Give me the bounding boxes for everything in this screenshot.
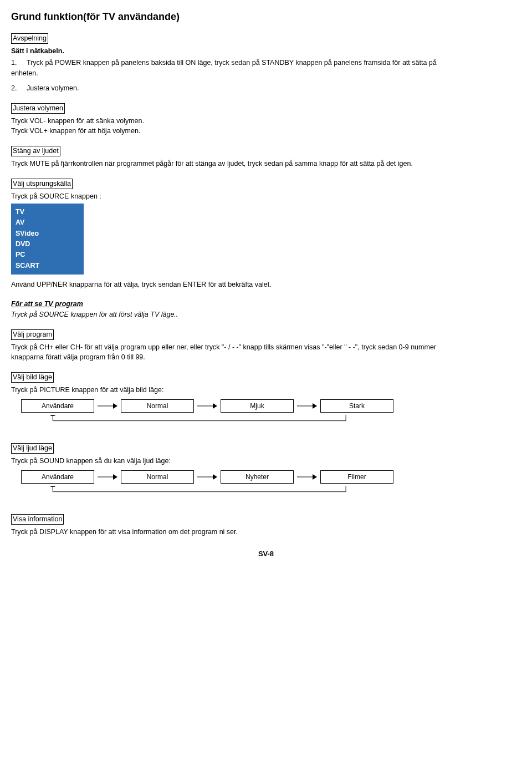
body-text: Tryck på PICTURE knappen för att välja b… xyxy=(11,385,521,395)
body-text: Tryck VOL- knappen för att sänka volymen… xyxy=(11,116,521,126)
body-text: Tryck på CH+ eller CH- för att välja pro… xyxy=(11,343,521,352)
source-item: PC xyxy=(16,250,79,260)
svg-marker-1 xyxy=(113,403,117,409)
section-heading: Justera volymen xyxy=(11,103,65,114)
steps-list: 1.Tryck på POWER knappen på panelens bak… xyxy=(11,58,521,93)
section-heading: Välj program xyxy=(11,329,54,340)
svg-marker-10 xyxy=(213,474,217,480)
section-heading: För att se TV program xyxy=(11,299,521,309)
list-item: 1.Tryck på POWER knappen på panelens bak… xyxy=(11,58,521,78)
section-avspelning: Avspelning Sätt i nätkabeln. 1.Tryck på … xyxy=(11,33,521,93)
body-text: Tryck på SOURCE knappen för att först vä… xyxy=(11,310,521,319)
step-number: 1. xyxy=(11,58,27,68)
source-item: DVD xyxy=(16,239,79,250)
flow-row: Användare Normal Nyheter Filmer xyxy=(21,470,521,484)
svg-marker-12 xyxy=(313,474,317,480)
section-heading: Stäng av ljudet xyxy=(11,146,60,156)
flow-box: Användare xyxy=(21,470,94,484)
body-text: Tryck VOL+ knappen för att höja volymen. xyxy=(11,126,521,136)
step-text: Justera volymen. xyxy=(27,84,79,92)
section-valj-utsprungskalla: Välj utsprungskälla Tryck på SOURCE knap… xyxy=(11,179,521,289)
flow-box: Filmer xyxy=(320,470,393,484)
arrow-right-icon xyxy=(197,471,217,482)
section-heading: Välj utsprungskälla xyxy=(11,179,73,189)
arrow-right-icon xyxy=(197,400,217,412)
section-heading: Välj ljud läge xyxy=(11,443,54,454)
section-visa-information: Visa information Tryck på DISPLAY knappe… xyxy=(11,514,521,537)
section-heading: Avspelning xyxy=(11,33,48,44)
step-text: enheten. xyxy=(11,69,521,78)
source-item: AV xyxy=(16,217,79,228)
source-menu: TV AV SVideo DVD PC SCART xyxy=(11,204,84,275)
arrow-right-icon xyxy=(98,471,117,482)
source-item: SVideo xyxy=(16,228,79,239)
flow-box: Normal xyxy=(121,470,194,484)
flow-box: Stark xyxy=(320,399,393,413)
source-item: TV xyxy=(16,207,79,217)
body-text: Tryck MUTE på fjärrkontrollen när progra… xyxy=(11,159,521,169)
flow-box: Normal xyxy=(121,399,194,413)
section-justera-volymen: Justera volymen Tryck VOL- knappen för a… xyxy=(11,103,521,136)
svg-marker-5 xyxy=(313,403,317,409)
section-valj-program: Välj program Tryck på CH+ eller CH- för … xyxy=(11,329,521,363)
section-stang-av-ljudet: Stäng av ljudet Tryck MUTE på fjärrkontr… xyxy=(11,146,521,169)
svg-marker-13 xyxy=(50,486,55,487)
section-heading: Välj bild läge xyxy=(11,372,54,383)
svg-marker-8 xyxy=(113,474,117,480)
subheading: Sätt i nätkabeln. xyxy=(11,47,521,56)
svg-marker-6 xyxy=(50,415,55,416)
body-text: knapparna föratt välja program från 0 ti… xyxy=(11,353,521,362)
step-text: Tryck på POWER knappen på panelens baksi… xyxy=(27,59,437,67)
section-valj-bild-lage: Välj bild läge Tryck på PICTURE knappen … xyxy=(11,372,521,426)
page-title: Grund funktion(för TV användande) xyxy=(11,10,521,23)
page-number: SV-8 xyxy=(11,549,521,559)
arrow-right-icon xyxy=(297,400,317,412)
body-text: Använd UPP/NER knapparna för att välja, … xyxy=(11,280,521,289)
arrow-right-icon xyxy=(98,400,117,412)
body-text: Tryck på DISPLAY knappen för att visa in… xyxy=(11,527,521,537)
body-text: Tryck på SOUND knappen så du kan välja l… xyxy=(11,456,521,466)
arrow-loop-icon xyxy=(21,415,370,424)
svg-marker-3 xyxy=(213,403,217,409)
body-text: Tryck på SOURCE knappen : xyxy=(11,192,521,201)
arrow-loop-icon xyxy=(21,486,370,495)
flow-box: Nyheter xyxy=(221,470,294,484)
flow-box: Mjuk xyxy=(221,399,294,413)
arrow-right-icon xyxy=(297,471,317,482)
section-heading: Visa information xyxy=(11,514,64,525)
source-item: SCART xyxy=(16,261,79,271)
section-for-att-se-tv: För att se TV program Tryck på SOURCE kn… xyxy=(11,299,521,319)
section-valj-ljud-lage: Välj ljud läge Tryck på SOUND knappen så… xyxy=(11,443,521,497)
flow-box: Användare xyxy=(21,399,94,413)
flow-row: Användare Normal Mjuk Stark xyxy=(21,399,521,413)
list-item: 2.Justera volymen. xyxy=(11,84,521,93)
step-number: 2. xyxy=(11,84,27,93)
